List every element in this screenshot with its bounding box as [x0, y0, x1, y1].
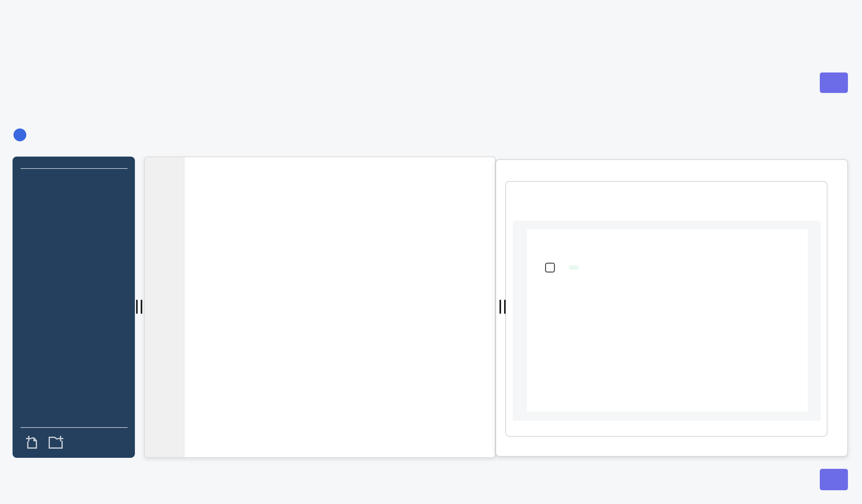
config-panel: [496, 159, 848, 456]
config-preview-card: [527, 229, 808, 412]
customize-text-inputs-checkbox[interactable]: [545, 263, 555, 273]
resize-handle-left[interactable]: [136, 300, 143, 314]
config-preview-inset: [513, 221, 821, 421]
file-sidebar: [13, 157, 135, 458]
editor-gutter: [145, 157, 184, 457]
config-panel-card: [505, 181, 827, 437]
config-item-row: [545, 263, 789, 273]
question-circle-icon[interactable]: [13, 129, 26, 141]
resize-handle-right[interactable]: [499, 300, 507, 314]
sidebar-file-list-top: [13, 157, 135, 164]
workspace: [13, 157, 848, 458]
git-help-row: [13, 129, 32, 141]
sidebar-divider: [21, 168, 128, 169]
promote-button[interactable]: [820, 72, 848, 93]
sidebar-footer: [13, 427, 135, 458]
save-release-button[interactable]: [820, 469, 848, 490]
new-folder-icon[interactable]: [48, 435, 65, 450]
yaml-editor[interactable]: [144, 157, 496, 458]
recommended-badge: [569, 265, 579, 270]
editor-lines: [145, 157, 495, 159]
breadcrumb: [14, 14, 21, 25]
preview-tabbar: [532, 192, 808, 210]
new-file-icon[interactable]: [25, 435, 40, 450]
edit-release-page: [0, 0, 862, 504]
